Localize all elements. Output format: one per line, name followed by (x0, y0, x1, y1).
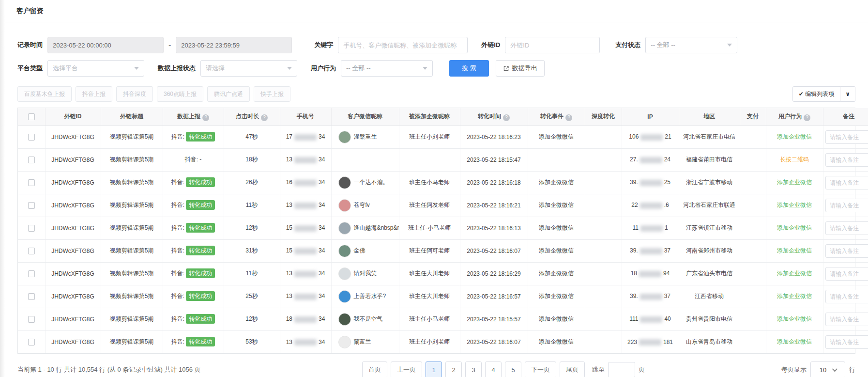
note-input[interactable] (825, 199, 868, 212)
report-button[interactable]: 360点睛上报 (157, 86, 203, 102)
page-size-select[interactable]: 10 (810, 361, 845, 377)
cell-deep-conversion (585, 285, 622, 308)
platform-type-select[interactable]: 选择平台 (47, 60, 144, 77)
cell-added-qw-name: 班主任大川老师 (399, 262, 460, 285)
help-icon[interactable]: ? (202, 114, 209, 121)
row-checkbox[interactable] (28, 179, 35, 186)
external-id-input[interactable] (505, 37, 600, 53)
note-input[interactable] (825, 244, 868, 258)
cell-deep-conversion (585, 126, 622, 148)
report-button[interactable]: 百度基木鱼上报 (17, 86, 72, 102)
cell-conversion-time: 2023-05-22 18:16:07 (460, 239, 528, 262)
user-behavior-select[interactable]: -- 全部 -- (341, 60, 433, 77)
cell-user-behavior: 添加企业微信 (766, 330, 823, 353)
record-time-start-input[interactable] (47, 37, 164, 53)
user-behavior-link[interactable]: 添加企业微信 (777, 315, 812, 322)
blurred-ip (640, 203, 662, 209)
user-behavior-link[interactable]: 添加企业微信 (777, 202, 812, 208)
pagination-last-button[interactable]: 尾页 (560, 361, 585, 377)
row-checkbox[interactable] (28, 293, 35, 300)
row-checkbox[interactable] (28, 270, 35, 277)
row-checkbox[interactable] (28, 134, 35, 141)
cell-note (823, 217, 868, 239)
pagination-page-button[interactable]: 3 (465, 361, 482, 377)
row-count-summary: 当前第 1 - 10 行 共计 10,554 行 (从 0 条记录中过滤) 共计… (17, 365, 226, 374)
cell-user-behavior: 添加企业微信 (766, 217, 823, 239)
edit-columns-label: 编辑列表项 (805, 91, 834, 97)
note-input[interactable] (825, 176, 868, 189)
note-input[interactable] (825, 130, 868, 144)
report-status-badge: 转化成功 (186, 200, 215, 210)
row-checkbox[interactable] (28, 202, 35, 209)
blurred-phone (294, 316, 317, 323)
jump-page-input[interactable] (608, 362, 635, 377)
user-behavior-link[interactable]: 添加企业微信 (777, 338, 812, 345)
column-header: 深度转化 (585, 108, 622, 126)
page-size-control: 每页显示 10 行 (781, 361, 855, 377)
note-input[interactable] (825, 313, 868, 326)
user-behavior-link[interactable]: 添加企业微信 (777, 133, 812, 140)
row-checkbox[interactable] (28, 225, 35, 232)
pagination-page-button[interactable]: 1 (426, 361, 442, 377)
pagination-prev-button[interactable]: 上一页 (391, 361, 422, 377)
cell-wechat-nickname: 蘭蓝兰 (334, 336, 397, 348)
cell-ip: 1894 (622, 262, 679, 285)
row-checkbox[interactable] (28, 248, 35, 254)
help-icon[interactable]: ? (804, 114, 810, 121)
report-status-badge: 转化成功 (186, 337, 215, 346)
row-checkbox[interactable] (28, 316, 35, 323)
report-button[interactable]: 抖音上报 (76, 86, 112, 102)
report-button[interactable]: 腾讯广点通 (207, 86, 250, 102)
keyword-label: 关键字 (314, 41, 333, 49)
header-checkbox-cell (18, 108, 45, 126)
pagination-page-button[interactable]: 2 (445, 361, 462, 377)
user-behavior-link[interactable]: 添加企业微信 (777, 247, 812, 254)
note-input[interactable] (825, 267, 868, 281)
cell-data-report: 抖音:转化成功 (163, 308, 224, 330)
keyword-input[interactable] (338, 37, 468, 53)
user-behavior-link[interactable]: 添加企业微信 (777, 224, 812, 231)
edit-columns-button[interactable]: ✔ 编辑列表项 (792, 86, 840, 102)
pagination-next-button[interactable]: 下一页 (525, 361, 556, 377)
help-icon[interactable]: ? (565, 114, 572, 121)
user-behavior-link[interactable]: 添加企业微信 (777, 270, 812, 277)
column-header: 地区 (679, 108, 740, 126)
pay-status-select[interactable]: -- 全部 -- (645, 37, 737, 53)
pagination-page-button[interactable]: 5 (505, 361, 521, 377)
note-input[interactable] (825, 290, 868, 303)
record-time-end-input[interactable] (176, 37, 292, 53)
avatar (338, 199, 351, 212)
cell-link-title: 视频剪辑课第5期 (101, 285, 163, 308)
report-button[interactable]: 抖音深度 (116, 86, 153, 102)
cell-phone: 1634 (280, 171, 331, 194)
note-input[interactable] (825, 335, 868, 349)
user-behavior-link[interactable]: 添加企业微信 (777, 179, 812, 186)
export-button[interactable]: 数据导出 (496, 60, 545, 77)
table-row: JHDWcXFTG8G 视频剪辑课第5期 抖音: - 18秒 1334 2023… (18, 148, 868, 171)
cell-conversion-event: 添加企微微信 (528, 217, 585, 239)
select-all-checkbox[interactable] (28, 113, 35, 120)
cell-data-report: 抖音:转化成功 (163, 126, 224, 148)
cell-conversion-time: 2023-05-22 18:16:57 (460, 285, 528, 308)
blurred-phone (294, 248, 317, 254)
help-icon[interactable]: ? (503, 114, 510, 121)
report-status-select[interactable]: 请选择 (200, 60, 297, 77)
edit-columns-caret-button[interactable]: ∨ (840, 86, 855, 102)
note-input[interactable] (825, 153, 868, 167)
report-button[interactable]: 快手上报 (254, 86, 290, 102)
cell-link-title: 视频剪辑课第5期 (101, 330, 163, 353)
user-behavior-link[interactable]: 长按二维码 (780, 156, 809, 163)
cell-phone: 1334 (280, 194, 331, 217)
search-button[interactable]: 搜 索 (449, 60, 489, 77)
cell-deep-conversion (585, 262, 622, 285)
user-behavior-link[interactable]: 添加企业微信 (777, 293, 812, 299)
row-checkbox[interactable] (28, 339, 35, 346)
table-row: JHDWcXFTG8G 视频剪辑课第5期 抖音:转化成功 47秒 1734 涅槃… (18, 126, 868, 148)
pagination-first-button[interactable]: 首页 (362, 361, 387, 377)
row-checkbox[interactable] (28, 157, 35, 163)
help-icon[interactable]: ? (261, 114, 268, 121)
note-input[interactable] (825, 221, 868, 235)
user-behavior-label: 用户行为 (311, 64, 336, 73)
pagination-page-button[interactable]: 4 (485, 361, 502, 377)
cell-pay (740, 330, 766, 353)
